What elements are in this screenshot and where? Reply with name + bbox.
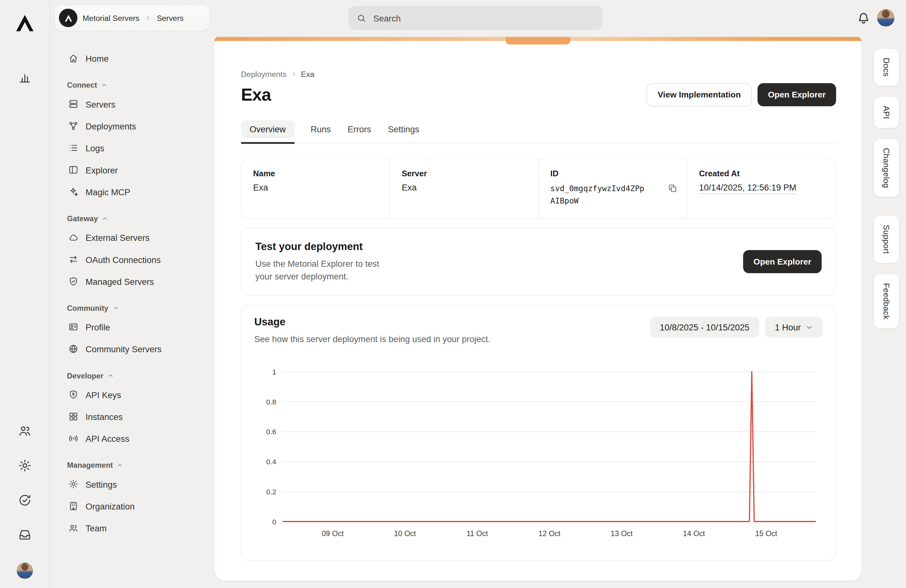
sync-check-icon[interactable] bbox=[18, 493, 32, 507]
sidebar-item-community-servers[interactable]: Community Servers bbox=[59, 338, 206, 360]
edge-tab-feedback[interactable]: Feedback bbox=[874, 274, 899, 329]
user-avatar[interactable] bbox=[877, 9, 895, 27]
svg-text:10 Oct: 10 Oct bbox=[394, 530, 416, 538]
sidebar-item-logs[interactable]: Logs bbox=[59, 137, 206, 159]
sidebar-item-home[interactable]: Home bbox=[59, 48, 206, 69]
detail-name: NameExa bbox=[242, 159, 390, 218]
sidebar-item-explorer[interactable]: Explorer bbox=[59, 159, 206, 181]
copy-icon[interactable] bbox=[667, 183, 678, 194]
users-icon[interactable] bbox=[18, 424, 32, 438]
workspace-section: Servers bbox=[157, 14, 183, 22]
open-explorer-button[interactable]: Open Explorer bbox=[758, 83, 836, 106]
sidebar-section-developer[interactable]: Developer bbox=[59, 371, 206, 380]
detail-value: 10/14/2025, 12:56:19 PM bbox=[699, 183, 824, 193]
sidebar-item-api-access[interactable]: API Access bbox=[59, 427, 206, 449]
edge-tab-label: Docs bbox=[882, 58, 891, 77]
section-label: Developer bbox=[67, 371, 104, 380]
view-implementation-button[interactable]: View Implementation bbox=[647, 83, 752, 106]
sidebar-item-api-keys[interactable]: API Keys bbox=[59, 384, 206, 405]
servers-icon bbox=[68, 99, 78, 109]
rail-bottom-group bbox=[17, 424, 33, 579]
sidebar-item-label: Explorer bbox=[86, 165, 118, 175]
inbox-icon[interactable] bbox=[18, 528, 32, 542]
svg-text:15 Oct: 15 Oct bbox=[755, 530, 777, 538]
sidebar-section-management[interactable]: Management bbox=[59, 461, 206, 470]
sidebar-section-community[interactable]: Community bbox=[59, 304, 206, 312]
sidebar-item-organization[interactable]: Organization bbox=[59, 495, 206, 517]
chevron-up-icon bbox=[117, 462, 123, 468]
detail-value: Exa bbox=[402, 183, 527, 193]
sidebar-item-settings[interactable]: Settings bbox=[59, 473, 206, 495]
home-icon bbox=[68, 53, 78, 64]
edge-tab-label: API bbox=[882, 105, 891, 119]
tab-runs[interactable]: Runs bbox=[310, 120, 332, 138]
metorial-logo-icon bbox=[14, 13, 35, 33]
detail-id: IDsvd_0mgqzfywzIvd4ZPpAIBpoW bbox=[538, 159, 687, 218]
svg-text:0.6: 0.6 bbox=[266, 428, 276, 436]
sidebar-item-oauth-connections[interactable]: OAuth Connections bbox=[59, 249, 206, 270]
tab-label: Settings bbox=[388, 124, 419, 134]
community-icon bbox=[68, 344, 78, 354]
sidebar-item-deployments[interactable]: Deployments bbox=[59, 115, 206, 137]
sidebar-item-label: Community Servers bbox=[86, 344, 161, 354]
chevron-up-icon bbox=[101, 82, 107, 88]
deployment-details: NameExaServerExaIDsvd_0mgqzfywzIvd4ZPpAI… bbox=[241, 158, 836, 219]
edge-tab-support[interactable]: Support bbox=[874, 216, 899, 263]
section-label: Gateway bbox=[67, 214, 98, 223]
metorial-logo-icon bbox=[64, 14, 72, 22]
gear-icon[interactable] bbox=[18, 459, 32, 472]
tab-errors[interactable]: Errors bbox=[347, 120, 372, 138]
magic-icon bbox=[68, 187, 78, 197]
managed-icon bbox=[68, 276, 78, 287]
section-label: Management bbox=[67, 461, 113, 470]
bell-icon[interactable] bbox=[856, 11, 871, 25]
sidebar-item-label: Logs bbox=[86, 143, 104, 153]
sidebar-item-servers[interactable]: Servers bbox=[59, 93, 206, 115]
svg-text:12 Oct: 12 Oct bbox=[539, 530, 561, 538]
edge-tab-docs[interactable]: Docs bbox=[874, 48, 899, 86]
sidebar-item-magic-mcp[interactable]: Magic MCP bbox=[59, 181, 206, 202]
tab-settings[interactable]: Settings bbox=[388, 120, 420, 138]
open-explorer-button[interactable]: Open Explorer bbox=[743, 250, 821, 273]
sidebar-item-profile[interactable]: Profile bbox=[59, 316, 206, 338]
rail-avatar[interactable] bbox=[17, 563, 33, 579]
sidebar-item-team[interactable]: Team bbox=[59, 517, 206, 539]
organization-icon bbox=[68, 501, 78, 512]
workspace-name: Metorial Servers bbox=[83, 14, 139, 22]
chevron-up-icon bbox=[107, 373, 114, 379]
sidebar-item-external-servers[interactable]: External Servers bbox=[59, 226, 206, 249]
sidebar-item-label: Servers bbox=[86, 99, 115, 109]
sidebar-section-gateway[interactable]: Gateway bbox=[59, 214, 206, 223]
tabs: OverviewRunsErrorsSettings bbox=[241, 120, 836, 143]
sidebar-item-label: Settings bbox=[86, 479, 117, 489]
edge-tab-changelog[interactable]: Changelog bbox=[874, 139, 899, 197]
sidebar: Metorial Servers Servers HomeConnectServ… bbox=[50, 0, 214, 588]
svg-text:0: 0 bbox=[272, 518, 276, 526]
edge-tab-label: Support bbox=[882, 225, 891, 254]
sidebar-item-label: OAuth Connections bbox=[86, 255, 161, 264]
sidebar-section-connect[interactable]: Connect bbox=[59, 81, 206, 89]
sidebar-item-managed-servers[interactable]: Managed Servers bbox=[59, 270, 206, 292]
search-input[interactable] bbox=[372, 12, 595, 24]
explorer-icon bbox=[68, 164, 78, 175]
main-panel: Deployments Exa Exa View Implementation … bbox=[214, 37, 861, 581]
logs-icon bbox=[68, 143, 78, 153]
edge-tab-api[interactable]: API bbox=[874, 96, 899, 128]
title-row: Exa View Implementation Open Explorer bbox=[241, 83, 836, 106]
edge-tab-label: Feedback bbox=[882, 283, 891, 319]
detail-created-at: Created At10/14/2025, 12:56:19 PM bbox=[687, 159, 836, 218]
search-bar[interactable] bbox=[349, 6, 603, 30]
bar-chart-icon[interactable] bbox=[18, 70, 32, 84]
breadcrumb-deployments[interactable]: Deployments bbox=[241, 70, 287, 78]
title-actions: View Implementation Open Explorer bbox=[647, 83, 836, 106]
svg-text:0.4: 0.4 bbox=[266, 458, 276, 466]
workspace-switcher[interactable]: Metorial Servers Servers bbox=[54, 5, 211, 31]
svg-text:11 Oct: 11 Oct bbox=[467, 530, 488, 538]
sidebar-item-label: Home bbox=[86, 54, 108, 63]
sidebar-item-instances[interactable]: Instances bbox=[59, 405, 206, 427]
tab-overview[interactable]: Overview bbox=[241, 120, 294, 138]
workspace-logo bbox=[59, 8, 77, 27]
apikeys-icon bbox=[68, 389, 78, 400]
test-card-body: Use the Metorial Explorer to test your s… bbox=[255, 258, 380, 283]
detail-value: Exa bbox=[253, 183, 378, 193]
